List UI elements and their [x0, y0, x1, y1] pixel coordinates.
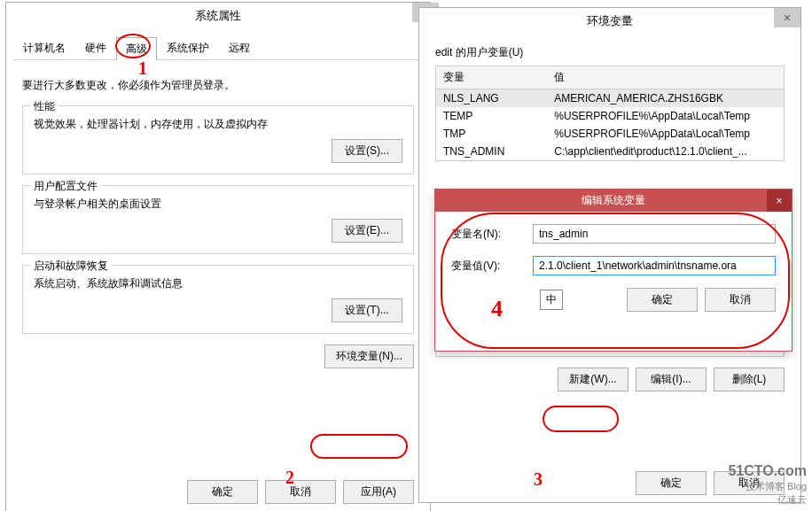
- varvalue-input[interactable]: [533, 256, 776, 275]
- perf-settings-button[interactable]: 设置(S)...: [332, 139, 402, 163]
- envvars-title-bar: 环境变量 ×: [419, 8, 800, 35]
- col-val: 值: [547, 66, 784, 89]
- sysprops-cancel-button[interactable]: 取消: [265, 480, 336, 504]
- sysprops-title-bar: 系统属性 ×: [6, 3, 430, 29]
- admin-hint: 要进行大多数更改，你必须作为管理员登录。: [22, 78, 414, 93]
- varvalue-row: 变量值(V):: [451, 256, 776, 275]
- userprof-group: 用户配置文件 与登录帐户相关的桌面设置 设置(E)...: [22, 185, 414, 254]
- system-properties-window: 系统属性 × 计算机名 硬件 高级 系统保护 远程 要进行大多数更改，你必须作为…: [5, 2, 431, 511]
- varname-input[interactable]: [533, 224, 776, 244]
- edit-button[interactable]: 编辑(I)...: [636, 368, 707, 391]
- startup-group: 启动和故障恢复 系统启动、系统故障和调试信息 设置(T)...: [22, 265, 414, 334]
- close-icon[interactable]: ×: [774, 8, 800, 27]
- envvars-ok-button[interactable]: 确定: [636, 471, 707, 495]
- new-button[interactable]: 新建(W)...: [558, 368, 629, 391]
- user-section-label: edit 的用户变量(U): [435, 45, 785, 60]
- varname-row: 变量名(N):: [451, 224, 776, 244]
- tab-remote[interactable]: 远程: [219, 36, 260, 59]
- tab-advanced[interactable]: 高级: [116, 37, 157, 60]
- userprof-desc: 与登录帐户相关的桌面设置: [34, 197, 402, 212]
- editvar-title-bar: 编辑系统变量 ×: [435, 190, 792, 212]
- close-icon[interactable]: ×: [767, 190, 792, 212]
- tab-computername[interactable]: 计算机名: [13, 36, 75, 59]
- varvalue-label: 变量值(V):: [451, 259, 522, 274]
- ime-indicator: 中: [540, 290, 563, 310]
- startup-title: 启动和故障恢复: [30, 259, 112, 274]
- perf-desc: 视觉效果，处理器计划，内存使用，以及虚拟内存: [34, 117, 402, 132]
- sysprops-content: 要进行大多数更改，你必须作为管理员登录。 性能 视觉效果，处理器计划，内存使用，…: [6, 60, 430, 379]
- perf-group: 性能 视觉效果，处理器计划，内存使用，以及虚拟内存 设置(S)...: [22, 105, 414, 174]
- userprof-settings-button[interactable]: 设置(E)...: [332, 219, 402, 243]
- editvar-ok-button[interactable]: 确定: [627, 288, 698, 312]
- tab-hardware[interactable]: 硬件: [75, 36, 116, 59]
- editvar-cancel-button[interactable]: 取消: [705, 288, 776, 312]
- watermark: 51CTO.com 技术博客 Blog 亿速云: [728, 462, 807, 506]
- table-row[interactable]: TEMP %USERPROFILE%\AppData\Local\Temp: [436, 107, 785, 125]
- table-row[interactable]: NLS_LANG AMERICAN_AMERICA.ZHS16GBK: [436, 89, 785, 108]
- edit-variable-dialog: 编辑系统变量 × 变量名(N): 变量值(V): 中 确定 取消: [434, 189, 792, 352]
- sysprops-bottom-buttons: 确定 取消 应用(A): [180, 473, 421, 511]
- tab-systemprotection[interactable]: 系统保护: [157, 36, 219, 59]
- table-row[interactable]: TNS_ADMIN C:\app\client\edit\product\12.…: [436, 143, 785, 161]
- sysprops-tabs: 计算机名 硬件 高级 系统保护 远程: [13, 36, 423, 60]
- startup-settings-button[interactable]: 设置(T)...: [332, 298, 402, 322]
- user-vars-table[interactable]: 变量 值 NLS_LANG AMERICAN_AMERICA.ZHS16GBK …: [435, 66, 785, 161]
- sysprops-apply-button[interactable]: 应用(A): [343, 480, 414, 504]
- editvar-title: 编辑系统变量: [582, 194, 645, 206]
- envvars-title: 环境变量: [587, 13, 633, 29]
- delete-button[interactable]: 删除(L): [714, 368, 785, 391]
- startup-desc: 系统启动、系统故障和调试信息: [34, 276, 402, 291]
- sysprops-ok-button[interactable]: 确定: [187, 480, 258, 504]
- envvar-button[interactable]: 环境变量(N)...: [324, 345, 414, 368]
- perf-title: 性能: [30, 99, 59, 114]
- table-row[interactable]: TMP %USERPROFILE%\AppData\Local\Temp: [436, 125, 785, 143]
- userprof-title: 用户配置文件: [30, 179, 101, 194]
- col-var: 变量: [436, 66, 548, 89]
- sysprops-title: 系统属性: [195, 8, 241, 24]
- varname-label: 变量名(N):: [451, 227, 522, 242]
